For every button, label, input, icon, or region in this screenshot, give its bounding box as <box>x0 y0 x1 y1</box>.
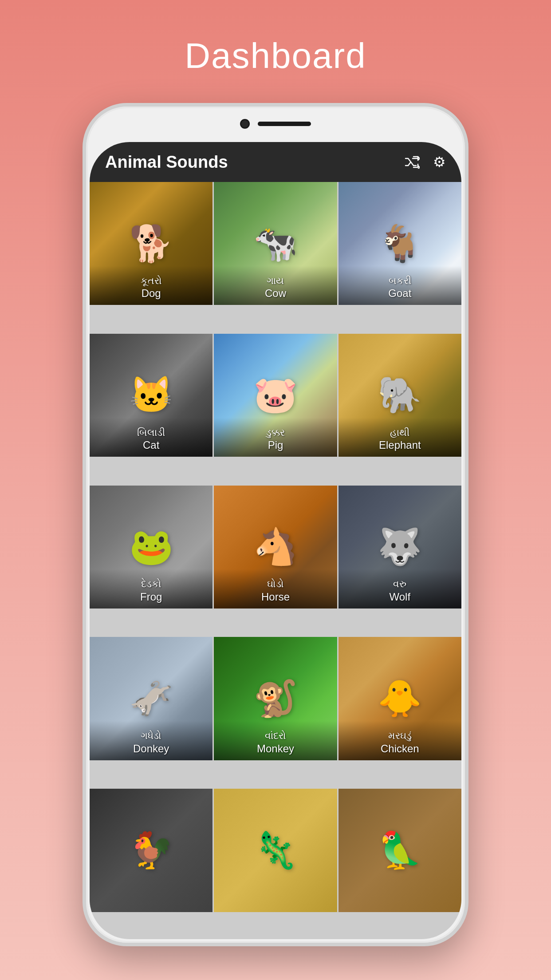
animal-gujarati-cow: ગાય <box>218 275 332 288</box>
animal-english-dog: Dog <box>94 287 208 300</box>
animal-cell-dog[interactable]: 🐕કૂતરોDog <box>90 182 213 305</box>
app-container: Animal Sounds ⚙ 🐕કૂતરોDog🐄ગાયCow🐐બકરીGoa… <box>90 142 461 939</box>
animal-bg-partial1: 🐓 <box>90 789 213 912</box>
phone-wrapper: Animal Sounds ⚙ 🐕કૂતરોDog🐄ગાયCow🐐બકરીGoa… <box>83 103 468 946</box>
animal-english-donkey: Donkey <box>94 743 208 755</box>
animal-gujarati-pig: ડુક્કર <box>218 427 332 439</box>
animal-icon-frog: 🐸 <box>129 526 173 568</box>
phone-camera <box>240 119 250 129</box>
animal-label-monkey: વાંદરોMonkey <box>214 721 337 760</box>
animal-gujarati-monkey: વાંદરો <box>218 730 332 743</box>
header-icons: ⚙ <box>404 154 446 170</box>
animal-cell-horse[interactable]: 🐴ઘોડોHorse <box>214 486 337 609</box>
animal-cell-frog[interactable]: 🐸દેડકોFrog <box>90 486 213 609</box>
animal-label-elephant: હાથીElephant <box>338 418 461 457</box>
animal-icon-partial3: 🦜 <box>378 830 422 871</box>
animal-label-chicken: મરઘડુંChicken <box>338 721 461 760</box>
animal-label-goat: બકરીGoat <box>338 266 461 305</box>
animal-cell-pig[interactable]: 🐷ડુક્કરPig <box>214 334 337 457</box>
animal-gujarati-goat: બકરી <box>343 275 457 288</box>
phone-screen: Animal Sounds ⚙ 🐕કૂતરોDog🐄ગાયCow🐐બકરીGoa… <box>90 142 461 939</box>
animal-label-horse: ઘોડોHorse <box>214 569 337 609</box>
animal-english-wolf: Wolf <box>343 591 457 603</box>
animal-icon-partial2: 🦎 <box>253 830 298 871</box>
animal-cell-goat[interactable]: 🐐બકરીGoat <box>338 182 461 305</box>
animal-english-goat: Goat <box>343 287 457 300</box>
app-header: Animal Sounds ⚙ <box>90 142 461 182</box>
animal-icon-elephant: 🐘 <box>378 374 422 416</box>
animal-english-cat: Cat <box>94 439 208 451</box>
animal-gujarati-elephant: હાથી <box>343 427 457 439</box>
phone-camera-area <box>240 119 311 129</box>
animal-icon-dog: 🐕 <box>129 223 173 265</box>
settings-icon[interactable]: ⚙ <box>433 154 446 170</box>
animal-cell-cow[interactable]: 🐄ગાયCow <box>214 182 337 305</box>
animal-label-cow: ગાયCow <box>214 266 337 305</box>
animal-cell-wolf[interactable]: 🐺વરુWolf <box>338 486 461 609</box>
animal-cell-partial3[interactable]: 🦜 <box>338 789 461 912</box>
animal-label-pig: ડુક્કરPig <box>214 418 337 457</box>
animal-icon-wolf: 🐺 <box>378 526 422 568</box>
animal-bg-partial3: 🦜 <box>338 789 461 912</box>
animal-english-horse: Horse <box>218 591 332 603</box>
page-title: Dashboard <box>185 36 366 76</box>
animal-cell-elephant[interactable]: 🐘હાથીElephant <box>338 334 461 457</box>
animal-icon-cat: 🐱 <box>129 374 173 416</box>
animal-icon-pig: 🐷 <box>253 374 298 416</box>
animal-gujarati-donkey: ગધેડો <box>94 730 208 743</box>
shuffle-icon[interactable] <box>404 155 420 169</box>
animal-gujarati-dog: કૂતરો <box>94 275 208 288</box>
animal-gujarati-wolf: વરુ <box>343 578 457 591</box>
animal-label-wolf: વરુWolf <box>338 569 461 609</box>
animal-cell-chicken[interactable]: 🐥મરઘડુંChicken <box>338 637 461 760</box>
animal-gujarati-horse: ઘોડો <box>218 578 332 591</box>
animal-icon-horse: 🐴 <box>253 526 298 568</box>
animal-label-cat: બિલાડીCat <box>90 418 213 457</box>
animal-english-monkey: Monkey <box>218 743 332 755</box>
animal-english-cow: Cow <box>218 287 332 300</box>
animal-english-elephant: Elephant <box>343 439 457 451</box>
animal-label-frog: દેડકોFrog <box>90 569 213 609</box>
phone-shell: Animal Sounds ⚙ 🐕કૂતરોDog🐄ગાયCow🐐બકરીGoa… <box>83 103 468 946</box>
animal-english-chicken: Chicken <box>343 743 457 755</box>
animal-icon-chicken: 🐥 <box>378 678 422 719</box>
animal-gujarati-cat: બિલાડી <box>94 427 208 439</box>
animal-icon-monkey: 🐒 <box>253 678 298 719</box>
animal-bg-partial2: 🦎 <box>214 789 337 912</box>
animal-cell-cat[interactable]: 🐱બિલાડીCat <box>90 334 213 457</box>
phone-speaker <box>258 122 311 126</box>
animal-icon-goat: 🐐 <box>378 223 422 265</box>
animal-cell-monkey[interactable]: 🐒વાંદરોMonkey <box>214 637 337 760</box>
animal-icon-cow: 🐄 <box>253 223 298 265</box>
animal-label-dog: કૂતરોDog <box>90 266 213 305</box>
animal-english-pig: Pig <box>218 439 332 451</box>
animal-cell-partial2[interactable]: 🦎 <box>214 789 337 912</box>
animal-label-donkey: ગધેડોDonkey <box>90 721 213 760</box>
animal-icon-partial1: 🐓 <box>129 830 173 871</box>
animals-grid: 🐕કૂતરોDog🐄ગાયCow🐐બકરીGoat🐱બિલાડીCat🐷ડુક્… <box>90 182 461 939</box>
animal-english-frog: Frog <box>94 591 208 603</box>
animal-cell-donkey[interactable]: 🫏ગધેડોDonkey <box>90 637 213 760</box>
app-header-title: Animal Sounds <box>105 153 228 172</box>
animal-cell-partial1[interactable]: 🐓 <box>90 789 213 912</box>
animal-gujarati-frog: દેડકો <box>94 578 208 591</box>
animal-gujarati-chicken: મરઘડું <box>343 730 457 743</box>
animal-icon-donkey: 🫏 <box>129 678 173 719</box>
